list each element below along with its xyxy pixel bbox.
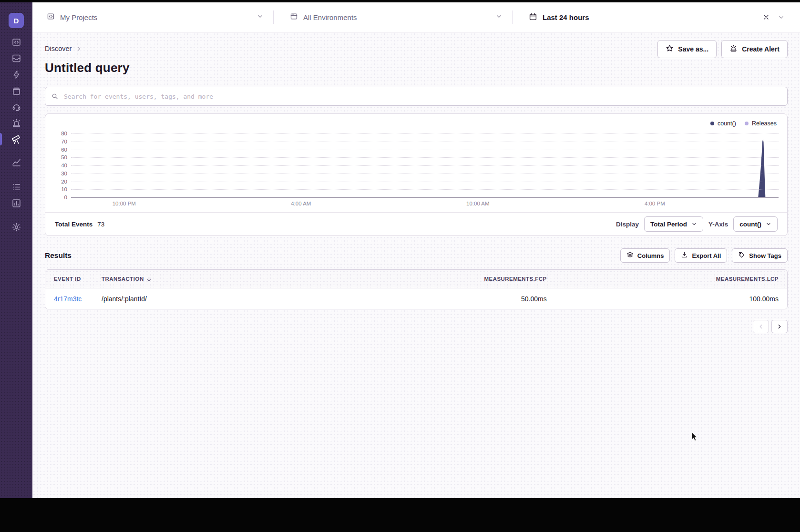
x-axis-labels: 10:00 PM4:00 AM10:00 AM4:00 PM [71, 197, 779, 210]
app-window: D [0, 2, 800, 498]
sidebar-item-discover[interactable] [0, 131, 32, 147]
breadcrumb: Discover [45, 45, 130, 52]
lcp-header-label: Measurements.lcp [716, 276, 779, 282]
display-select-value: Total Period [650, 221, 687, 228]
main-area: My Projects All Environments [32, 2, 800, 498]
projects-icon [47, 12, 55, 22]
chevron-down-icon[interactable] [778, 14, 785, 21]
results-actions: Columns Export All Show Ta [620, 248, 788, 263]
releases-legend-label: Releases [752, 120, 777, 127]
chart-plot[interactable] [71, 133, 779, 197]
total-events-value: 73 [97, 221, 104, 228]
save-as-button[interactable]: Save as... [657, 40, 717, 58]
columns-label: Columns [637, 252, 664, 259]
page-header: Discover Untitled query Save as. [45, 44, 788, 75]
show-tags-label: Show Tags [749, 252, 781, 259]
sidebar-item-metrics[interactable] [0, 154, 32, 170]
sidebar-item-projects[interactable] [0, 34, 32, 50]
display-select[interactable]: Total Period [644, 216, 703, 232]
calendar-icon [529, 12, 537, 22]
breadcrumb-discover-link[interactable]: Discover [45, 45, 72, 52]
measurements-lcp-cell: 100.00ms [551, 295, 779, 303]
export-all-label: Export All [692, 252, 721, 259]
sidebar-item-monitors[interactable] [0, 179, 32, 195]
search-bar [45, 87, 788, 106]
column-header-measurements-fcp[interactable]: Measurements.fcp [326, 276, 547, 282]
sort-desc-icon [146, 276, 152, 282]
lightning-icon [11, 70, 21, 80]
project-filter[interactable]: My Projects [32, 2, 273, 32]
chevron-down-icon [256, 13, 264, 21]
plot-wrap: 80706050403020100 [54, 133, 779, 197]
table-header-row: Event ID Transaction Measurements.fcp [45, 270, 787, 288]
sidebar-item-user-feedback[interactable] [0, 99, 32, 115]
columns-button[interactable]: Columns [620, 248, 670, 263]
date-filter-controls [762, 13, 800, 21]
event-id-link[interactable]: 4r17m3tc [54, 295, 82, 303]
page-content: Discover Untitled query Save as. [32, 32, 800, 498]
sidebar-item-alerts[interactable] [0, 115, 32, 131]
show-tags-button[interactable]: Show Tags [732, 248, 788, 263]
results-table: Event ID Transaction Measurements.fcp [45, 269, 788, 309]
clear-date-filter-button[interactable] [762, 13, 770, 21]
export-all-button[interactable]: Export All [675, 248, 727, 263]
page-title: Untitled query [45, 61, 130, 75]
search-input[interactable] [63, 92, 781, 101]
chart-footer: Total Events 73 Display Total Period Y-A… [45, 212, 787, 235]
sidebar-item-releases[interactable] [0, 82, 32, 99]
previous-page-button[interactable] [753, 320, 769, 333]
event-id-header-label: Event ID [54, 276, 81, 282]
legend-item-count[interactable]: count() [710, 120, 736, 127]
measurements-fcp-cell: 50.00ms [326, 295, 547, 303]
create-alert-button[interactable]: Create Alert [721, 40, 788, 58]
save-as-label: Save as... [678, 45, 708, 53]
chevron-right-icon [76, 46, 82, 52]
next-page-button[interactable] [771, 320, 788, 333]
create-alert-label: Create Alert [742, 45, 779, 53]
sidebar-item-performance[interactable] [0, 66, 32, 82]
search-icon [51, 92, 59, 100]
download-icon [681, 251, 688, 260]
yaxis-label: Y-Axis [708, 221, 728, 228]
page-header-left: Discover Untitled query [45, 44, 130, 75]
releases-icon [11, 86, 21, 96]
events-chart-panel: count() Releases 80706050403020100 [45, 113, 788, 236]
sidebar-item-issues[interactable] [0, 50, 32, 66]
screen: D [0, 0, 800, 532]
active-indicator [0, 133, 2, 145]
column-header-transaction[interactable]: Transaction [102, 276, 322, 282]
transaction-cell: /plants/:plantId/ [102, 295, 322, 303]
total-events-label: Total Events [55, 221, 92, 228]
page-header-actions: Save as... Create Alert [657, 40, 788, 58]
column-header-event-id[interactable]: Event ID [54, 276, 98, 282]
environment-filter[interactable]: All Environments [274, 2, 512, 32]
projects-icon [11, 37, 21, 47]
telescope-icon [11, 134, 21, 144]
gear-icon [11, 222, 21, 232]
date-range-filter[interactable]: Last 24 hours [513, 2, 800, 32]
list-icon [11, 182, 21, 192]
count-legend-dot [710, 122, 714, 125]
legend-item-releases[interactable]: Releases [745, 120, 777, 127]
chart-legend: count() Releases [710, 120, 777, 127]
sidebar-item-settings[interactable] [0, 219, 32, 235]
chart-controls: Display Total Period Y-Axis count() [616, 216, 778, 232]
releases-legend-dot [745, 122, 749, 125]
environments-icon [290, 12, 298, 22]
yaxis-select-value: count() [739, 221, 761, 228]
topbar: My Projects All Environments [32, 2, 800, 32]
headset-icon [11, 102, 21, 112]
column-header-measurements-lcp[interactable]: Measurements.lcp [551, 276, 779, 282]
project-filter-label: My Projects [60, 13, 97, 21]
table-row: 4r17m3tc /plants/:plantId/ 50.00ms 100.0… [45, 288, 787, 309]
results-header: Results Columns Export All [45, 248, 788, 263]
yaxis-select[interactable]: count() [733, 216, 778, 232]
y-axis-labels: 80706050403020100 [54, 133, 71, 197]
sidebar-item-stats[interactable] [0, 195, 32, 211]
chevron-down-icon [766, 221, 771, 227]
chevron-down-icon [691, 221, 697, 227]
org-avatar[interactable]: D [9, 13, 24, 28]
sidebar: D [0, 2, 32, 498]
fcp-header-label: Measurements.fcp [484, 276, 547, 282]
siren-icon [11, 118, 21, 128]
